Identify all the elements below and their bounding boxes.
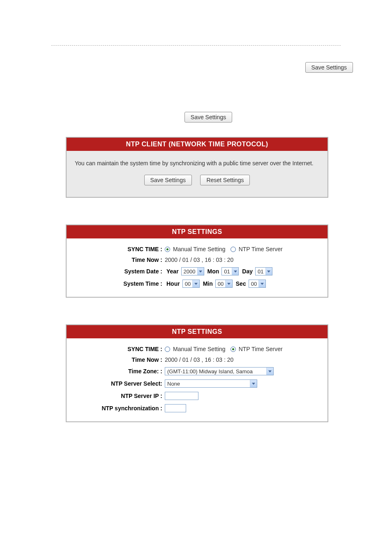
ntp-sync-input[interactable] (165, 404, 186, 412)
month-select[interactable]: 01 (221, 267, 239, 275)
ntp-settings-server-panel: NTP SETTINGS SYNC TIME : Manual Time Set… (66, 324, 328, 422)
sec-value: 00 (249, 280, 258, 287)
timezone-value: (GMT-11:00) Midway Island, Samoa (165, 368, 266, 375)
server-ip-label: NTP Server IP : (73, 393, 165, 399)
chevron-down-icon (265, 268, 272, 275)
hour-label: Hour (166, 280, 180, 287)
ntp-settings-header-2: NTP SETTINGS (67, 325, 327, 338)
radio-ntp-label-1: NTP Time Server (239, 246, 283, 252)
save-settings-button-top[interactable]: Save Settings (305, 62, 353, 73)
ntp-client-panel: NTP CLIENT (NETWORK TIME PROTOCOL) You c… (66, 137, 328, 198)
time-now-label-2: Time Now : (73, 356, 165, 363)
sync-time-label: SYNC TIME : (73, 246, 165, 252)
day-select[interactable]: 01 (255, 267, 272, 275)
timezone-label: Time Zone: : (73, 368, 165, 375)
chevron-down-icon (197, 268, 204, 275)
divider (51, 45, 341, 46)
sec-label: Sec (236, 280, 246, 287)
radio-ntp-1[interactable] (231, 247, 236, 252)
chevron-down-icon (266, 368, 273, 375)
hour-value: 00 (183, 280, 192, 287)
ntp-client-description: You can maintain the system time by sync… (73, 160, 321, 166)
time-now-value-2: 2000 / 01 / 03 , 16 : 03 : 20 (165, 356, 233, 363)
save-settings-button[interactable]: Save Settings (144, 175, 192, 185)
chevron-down-icon (250, 380, 257, 387)
radio-manual-2[interactable] (165, 347, 170, 352)
chevron-down-icon (258, 280, 265, 287)
sync-label: NTP synchronization : (73, 405, 165, 412)
radio-manual-label-1: Manual Time Setting (173, 246, 226, 252)
chevron-down-icon (192, 280, 199, 287)
day-value: 01 (256, 268, 265, 275)
radio-ntp-2[interactable] (231, 347, 236, 352)
radio-manual-1[interactable] (165, 247, 170, 252)
min-value: 00 (216, 280, 225, 287)
ntp-client-header: NTP CLIENT (NETWORK TIME PROTOCOL) (67, 138, 327, 151)
sec-select[interactable]: 00 (249, 280, 266, 288)
mon-value: 01 (222, 268, 231, 275)
reset-settings-button[interactable]: Reset Settings (200, 175, 250, 185)
chevron-down-icon (225, 280, 232, 287)
ntp-server-ip-input[interactable] (165, 392, 198, 400)
ntp-server-select[interactable]: None (165, 379, 257, 388)
time-now-label-1: Time Now : (73, 257, 165, 263)
year-label: Year (166, 268, 179, 275)
timezone-select[interactable]: (GMT-11:00) Midway Island, Samoa (165, 367, 274, 375)
hour-select[interactable]: 00 (182, 280, 200, 288)
mon-label: Mon (208, 268, 219, 275)
radio-manual-label-2: Manual Time Setting (173, 346, 226, 352)
system-time-label: System Time : (73, 280, 165, 287)
ntp-settings-manual-panel: NTP SETTINGS SYNC TIME : Manual Time Set… (66, 224, 328, 298)
sync-time-label-2: SYNC TIME : (73, 346, 165, 352)
system-date-label: System Date : (73, 268, 165, 275)
chevron-down-icon (232, 268, 239, 275)
server-select-label: NTP Server Select: (73, 380, 165, 387)
server-select-value: None (165, 380, 250, 387)
radio-ntp-label-2: NTP Time Server (239, 346, 283, 352)
year-select[interactable]: 2000 (181, 267, 204, 275)
min-label: Min (203, 280, 213, 287)
year-value: 2000 (182, 268, 197, 275)
min-select[interactable]: 00 (215, 280, 233, 288)
ntp-settings-header-1: NTP SETTINGS (67, 225, 327, 238)
day-label: Day (242, 268, 253, 275)
time-now-value-1: 2000 / 01 / 03 , 16 : 03 : 20 (165, 257, 233, 263)
save-settings-button-mid[interactable]: Save Settings (184, 112, 232, 123)
